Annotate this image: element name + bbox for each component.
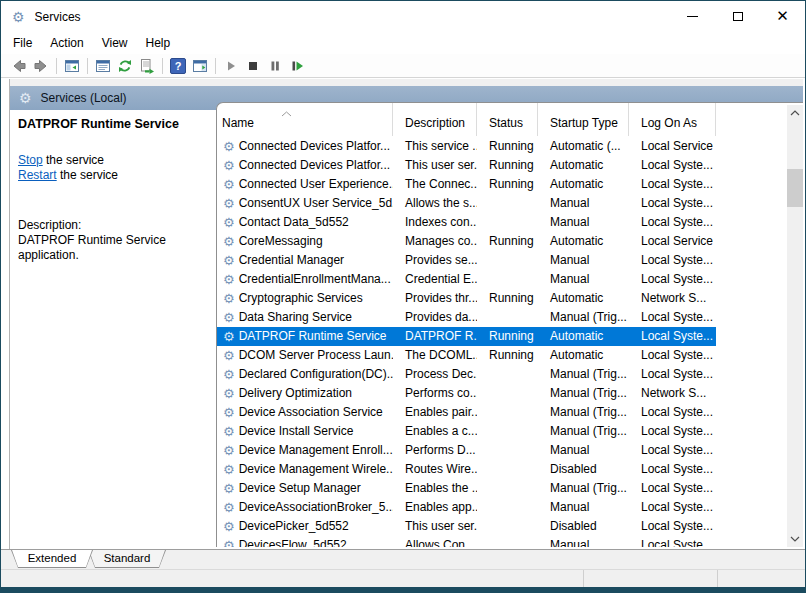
- table-row[interactable]: ⚙ConsentUX User Service_5d...Allows the …: [217, 194, 716, 213]
- status-cell: [477, 422, 538, 441]
- service-gear-icon: ⚙: [223, 539, 235, 547]
- refresh-button[interactable]: [114, 55, 136, 77]
- content-top-strip: [10, 79, 803, 86]
- scroll-up-button[interactable]: [787, 105, 803, 121]
- log-on-as-cell: Local Syste...: [629, 251, 716, 270]
- log-on-as-cell: Local Syste...: [629, 441, 716, 460]
- table-row[interactable]: ⚙Device Install ServiceEnables a c...Man…: [217, 422, 716, 441]
- table-row[interactable]: ⚙Data Sharing ServiceProvides da...Manua…: [217, 308, 716, 327]
- status-cell: [477, 270, 538, 289]
- table-row[interactable]: ⚙DevicesFlow_5d552Allows Con...ManualLoc…: [217, 536, 716, 547]
- table-row[interactable]: ⚙Contact Data_5d552Indexes con...ManualL…: [217, 213, 716, 232]
- title-bar[interactable]: ⚙ Services ✕: [1, 1, 805, 32]
- table-row[interactable]: ⚙DeviceAssociationBroker_5...Enables app…: [217, 498, 716, 517]
- log-on-as-cell: Local Service: [629, 232, 716, 251]
- description-cell: Provides da...: [393, 308, 477, 327]
- menu-file[interactable]: File: [4, 32, 41, 54]
- service-gear-icon: ⚙: [223, 235, 235, 248]
- description-cell: This user ser...: [393, 517, 477, 536]
- service-gear-icon: ⚙: [223, 216, 235, 229]
- status-cell: Running: [477, 232, 538, 251]
- table-row[interactable]: ⚙Device Management Enroll...Performs D..…: [217, 441, 716, 460]
- minimize-button[interactable]: [670, 1, 715, 32]
- properties-button[interactable]: [92, 55, 114, 77]
- startup-type-cell: Manual: [538, 213, 629, 232]
- toolbar-separator: [87, 58, 88, 74]
- scrollbar-thumb[interactable]: [787, 169, 803, 207]
- selected-service-title: DATPROF Runtime Service: [18, 117, 208, 131]
- restart-service-link[interactable]: Restart: [18, 168, 57, 182]
- table-row[interactable]: ⚙CoreMessagingManages co...RunningAutoma…: [217, 232, 716, 251]
- pause-service-button[interactable]: [264, 55, 286, 77]
- service-name-cell: ⚙DeviceAssociationBroker_5...: [217, 498, 393, 517]
- show-console-tree-button[interactable]: [61, 55, 83, 77]
- service-name-text: Device Setup Manager: [239, 479, 361, 498]
- services-gear-icon: ⚙: [19, 91, 32, 105]
- startup-type-cell: Disabled: [538, 460, 629, 479]
- column-header-log-on-as[interactable]: Log On As: [629, 103, 716, 136]
- vertical-scrollbar[interactable]: [787, 105, 803, 547]
- service-name-text: Cryptographic Services: [239, 289, 363, 308]
- show-action-pane-button[interactable]: [189, 55, 211, 77]
- table-row[interactable]: ⚙Connected Devices Platfor...This user s…: [217, 156, 716, 175]
- stop-service-link[interactable]: Stop: [18, 153, 43, 167]
- close-button[interactable]: ✕: [760, 1, 805, 32]
- menu-help[interactable]: Help: [137, 32, 180, 54]
- table-row[interactable]: ⚙CredentialEnrollmentMana...Credential E…: [217, 270, 716, 289]
- startup-type-cell: Automatic: [538, 232, 629, 251]
- description-cell: This user ser...: [393, 156, 477, 175]
- log-on-as-cell: Local Syste...: [629, 365, 716, 384]
- service-name-cell: ⚙Delivery Optimization: [217, 384, 393, 403]
- service-gear-icon: ⚙: [223, 368, 235, 381]
- service-name-text: Device Management Enroll...: [239, 441, 393, 460]
- table-row[interactable]: ⚙DATPROF Runtime ServiceDATPROF R...Runn…: [217, 327, 716, 346]
- export-list-button[interactable]: [136, 55, 158, 77]
- service-gear-icon: ⚙: [223, 311, 235, 324]
- export-list-icon: [139, 58, 155, 74]
- table-row[interactable]: ⚙Credential ManagerProvides se...ManualL…: [217, 251, 716, 270]
- tab-standard[interactable]: Standard: [88, 550, 166, 568]
- toolbar-separator: [162, 58, 163, 74]
- back-button[interactable]: [8, 55, 30, 77]
- properties-icon: [95, 58, 111, 74]
- service-gear-icon: ⚙: [223, 254, 235, 267]
- table-row[interactable]: ⚙Cryptographic ServicesProvides thr...Ru…: [217, 289, 716, 308]
- status-cell: Running: [477, 156, 538, 175]
- service-gear-icon: ⚙: [223, 425, 235, 438]
- table-row[interactable]: ⚙DCOM Server Process Laun...The DCOML...…: [217, 346, 716, 365]
- table-row[interactable]: ⚙Connected Devices Platfor...This servic…: [217, 137, 716, 156]
- start-service-button[interactable]: [220, 55, 242, 77]
- restart-service-button[interactable]: [286, 55, 308, 77]
- log-on-as-cell: Local Syste...: [629, 194, 716, 213]
- status-cell: [477, 498, 538, 517]
- table-row[interactable]: ⚙Device Setup ManagerEnables the ...Manu…: [217, 479, 716, 498]
- startup-type-cell: Manual: [538, 536, 629, 547]
- table-row[interactable]: ⚙DevicePicker_5d552This user ser...Disab…: [217, 517, 716, 536]
- tab-extended[interactable]: Extended: [11, 550, 93, 568]
- menu-action[interactable]: Action: [41, 32, 92, 54]
- service-name-text: Connected Devices Platfor...: [239, 137, 390, 156]
- column-header-name[interactable]: Name: [217, 103, 393, 136]
- table-row[interactable]: ⚙Device Management Wirele...Routes Wire.…: [217, 460, 716, 479]
- help-button[interactable]: ?: [167, 55, 189, 77]
- table-row[interactable]: ⚙Declared Configuration(DC)...Process De…: [217, 365, 716, 384]
- start-service-icon: [223, 58, 239, 74]
- menu-view[interactable]: View: [93, 32, 137, 54]
- description-label: Description:: [18, 218, 208, 233]
- table-row[interactable]: ⚙Connected User Experience...The Connec.…: [217, 175, 716, 194]
- table-row[interactable]: ⚙Device Association ServiceEnables pair.…: [217, 403, 716, 422]
- description-cell: The Connec...: [393, 175, 477, 194]
- description-cell: Manages co...: [393, 232, 477, 251]
- maximize-button[interactable]: [715, 1, 760, 32]
- startup-type-cell: Disabled: [538, 517, 629, 536]
- column-header-description[interactable]: Description: [393, 103, 477, 136]
- column-header-status[interactable]: Status: [477, 103, 538, 136]
- scroll-down-button[interactable]: [787, 531, 803, 547]
- column-header-startup-type[interactable]: Startup Type: [538, 103, 629, 136]
- table-row[interactable]: ⚙Delivery OptimizationPerforms co...Manu…: [217, 384, 716, 403]
- menu-bar: File Action View Help: [1, 32, 805, 54]
- stop-service-button[interactable]: [242, 55, 264, 77]
- extended-description-pane: DATPROF Runtime Service Stop the service…: [10, 110, 216, 547]
- log-on-as-cell: Local Syste...: [629, 460, 716, 479]
- forward-button[interactable]: [30, 55, 52, 77]
